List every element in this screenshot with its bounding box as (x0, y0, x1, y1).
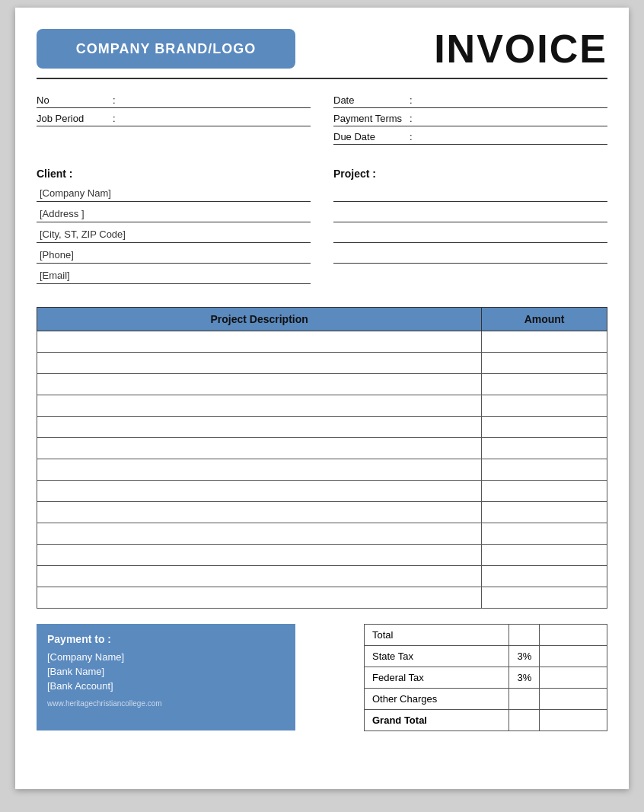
meta-right-label-2: Due Date (333, 131, 410, 142)
client-field-text-3: [Phone] (37, 248, 77, 262)
totals-value-1 (540, 646, 607, 667)
client-field-3: [Phone] (37, 248, 311, 264)
meta-right-row-0: Date : (333, 94, 607, 108)
col-desc-header: Project Description (37, 308, 482, 331)
totals-label-4: Grand Total (365, 710, 509, 731)
payment-line-0: [Company Name] (47, 651, 285, 663)
meta-left-colon-0: : (113, 94, 116, 106)
meta-left: No : Job Period : (37, 94, 311, 149)
meta-left-label-0: No (37, 94, 113, 106)
row-desc-5 (37, 438, 482, 459)
row-desc-7 (37, 481, 482, 502)
meta-right-colon-1: : (410, 113, 413, 124)
payment-box: Payment to : [Company Name][Bank Name][B… (37, 624, 295, 730)
row-desc-2 (37, 374, 482, 395)
totals-percent-3 (509, 689, 540, 710)
row-amount-3 (482, 395, 607, 417)
table-row (37, 459, 607, 481)
row-amount-7 (482, 481, 607, 502)
payment-line-1: [Bank Name] (47, 666, 285, 677)
meta-right: Date : Payment Terms : Due Date : (333, 94, 607, 149)
row-desc-10 (37, 545, 482, 566)
totals-value-3 (540, 689, 607, 710)
totals-value-4 (540, 710, 607, 731)
project-column: Project : (333, 168, 607, 289)
table-row (37, 438, 607, 459)
totals-value-2 (540, 667, 607, 689)
client-field-text-2: [City, ST, ZIP Code] (37, 227, 129, 241)
project-field-1 (333, 206, 607, 222)
meta-right-label-0: Date (333, 94, 410, 106)
row-amount-12 (482, 587, 607, 609)
totals-percent-1: 3% (509, 646, 540, 667)
totals-table: Total State Tax 3% Federal Tax 3% Other … (364, 624, 607, 731)
table-row (37, 566, 607, 587)
project-field-text-1 (333, 206, 340, 221)
table-row (37, 417, 607, 438)
payment-line-2: [Bank Account] (47, 680, 285, 692)
totals-label-3: Other Charges (365, 689, 509, 710)
col-amount-header: Amount (482, 308, 607, 331)
project-field-3 (333, 248, 607, 264)
row-amount-1 (482, 353, 607, 374)
client-field-4: [Email] (37, 268, 311, 284)
project-field-0 (333, 186, 607, 202)
meta-left-row-1: Job Period : (37, 113, 311, 126)
bottom-section: Payment to : [Company Name][Bank Name][B… (37, 624, 607, 731)
row-amount-6 (482, 459, 607, 481)
table-row (37, 523, 607, 545)
client-field-1: [Address ] (37, 206, 311, 222)
invoice-title: INVOICE (295, 26, 607, 72)
totals-percent-0 (509, 625, 540, 646)
row-amount-4 (482, 417, 607, 438)
client-field-0: [Company Nam] (37, 186, 311, 202)
row-desc-6 (37, 459, 482, 481)
project-field-text-3 (333, 248, 340, 262)
meta-right-label-1: Payment Terms (333, 113, 410, 124)
meta-section: No : Job Period : Date : Payment Terms :… (37, 94, 607, 149)
table-row (37, 353, 607, 374)
meta-right-colon-2: : (410, 131, 413, 142)
row-amount-9 (482, 523, 607, 545)
table-row (37, 395, 607, 417)
totals-row-4: Grand Total (365, 710, 607, 731)
row-amount-8 (482, 502, 607, 523)
project-field-text-0 (333, 186, 340, 200)
client-column: Client : [Company Nam][Address ][City, S… (37, 168, 311, 289)
company-logo: COMPANY BRAND/LOGO (37, 29, 295, 69)
row-desc-11 (37, 566, 482, 587)
client-heading: Client : (37, 168, 311, 180)
table-row (37, 587, 607, 609)
client-field-text-4: [Email] (37, 268, 73, 283)
table-row (37, 502, 607, 523)
row-desc-0 (37, 331, 482, 353)
table-row (37, 331, 607, 353)
row-amount-0 (482, 331, 607, 353)
totals-label-2: Federal Tax (365, 667, 509, 689)
totals-row-1: State Tax 3% (365, 646, 607, 667)
meta-right-row-1: Payment Terms : (333, 113, 607, 126)
row-desc-8 (37, 502, 482, 523)
totals-percent-2: 3% (509, 667, 540, 689)
meta-left-row-0: No : (37, 94, 311, 108)
client-field-text-0: [Company Nam] (37, 186, 114, 200)
totals-label-1: State Tax (365, 646, 509, 667)
meta-left-label-1: Job Period (37, 113, 113, 124)
table-row (37, 481, 607, 502)
logo-label: COMPANY BRAND/LOGO (76, 41, 256, 57)
row-desc-1 (37, 353, 482, 374)
invoice-table: Project Description Amount (37, 307, 607, 609)
totals-label-0: Total (365, 625, 509, 646)
project-heading: Project : (333, 168, 607, 180)
meta-right-colon-0: : (410, 94, 413, 106)
row-desc-9 (37, 523, 482, 545)
client-project-section: Client : [Company Nam][Address ][City, S… (37, 168, 607, 289)
table-row (37, 374, 607, 395)
row-amount-2 (482, 374, 607, 395)
client-field-2: [City, ST, ZIP Code] (37, 227, 311, 243)
project-field-text-2 (333, 227, 340, 241)
row-desc-3 (37, 395, 482, 417)
row-amount-5 (482, 438, 607, 459)
payment-title: Payment to : (47, 633, 285, 645)
invoice-page: COMPANY BRAND/LOGO INVOICE No : Job Peri… (15, 8, 629, 789)
